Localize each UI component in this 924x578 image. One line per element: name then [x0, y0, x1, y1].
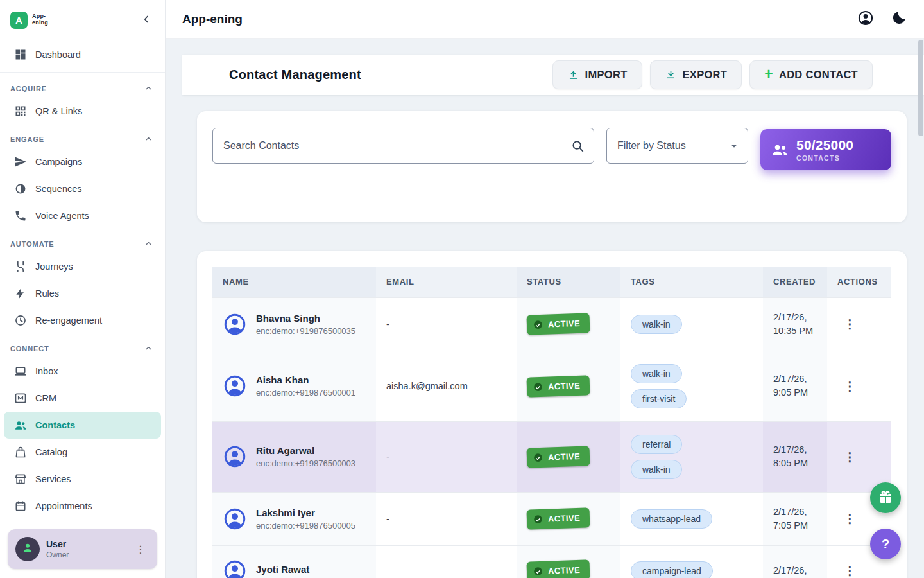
contact-created: 2/17/26,8:05 PM: [763, 421, 827, 492]
tag-pill[interactable]: walk-in: [631, 364, 682, 383]
contact-created: 2/17/26,9:05 PM: [763, 351, 827, 421]
status-badge: ACTIVE: [526, 375, 590, 397]
table-row[interactable]: Bhavna Singhenc:demo:+919876500035-ACTIV…: [212, 297, 891, 351]
sidebar-item-label: Services: [35, 474, 71, 484]
search-panel: Filter by Status 50/25000 CONTACTS: [197, 111, 907, 222]
table-row[interactable]: Aisha Khanenc:demo:+919876500001aisha.k@…: [212, 351, 891, 421]
contact-phone: enc:demo:+919876500035: [256, 326, 355, 336]
contact-phone: enc:demo:+919876500003: [256, 459, 355, 468]
row-actions-button[interactable]: ⋮: [837, 510, 862, 527]
calendar-icon: [14, 500, 27, 512]
tag-pill[interactable]: whatsapp-lead: [631, 509, 712, 529]
sidebar-item-dashboard[interactable]: Dashboard: [4, 41, 161, 68]
sidebar-item-sequences[interactable]: Sequences: [4, 175, 161, 202]
user-card[interactable]: User Owner ⋮: [8, 529, 157, 569]
scrollbar[interactable]: [918, 40, 923, 577]
page-title: App-ening: [182, 12, 243, 26]
export-button[interactable]: EXPORT: [650, 60, 742, 89]
plus-icon: +: [764, 67, 773, 82]
contact-name: Ritu Agarwal: [256, 445, 355, 456]
help-fab-button[interactable]: ?: [870, 529, 901, 559]
column-header-created: CREATED: [763, 267, 827, 297]
contacts-table-card: NAMEEMAILSTATUSTAGSCREATEDACTIONS Bhavna…: [197, 251, 907, 578]
column-header-tags: TAGS: [620, 267, 763, 297]
section-header-acquire[interactable]: ACQUIRE: [0, 74, 165, 98]
table-row[interactable]: Jyoti RawatACTIVEcampaign-lead2/17/26,⋮: [212, 545, 891, 578]
table-row[interactable]: Ritu Agarwalenc:demo:+919876500003-ACTIV…: [212, 421, 891, 492]
divider: [0, 72, 165, 73]
tag-pill[interactable]: walk-in: [631, 460, 682, 479]
sidebar-item-inbox[interactable]: Inbox: [4, 358, 161, 385]
sidebar-header: A App- ening: [0, 0, 165, 40]
tag-pill[interactable]: walk-in: [631, 315, 682, 334]
dark-mode-toggle[interactable]: [889, 10, 909, 29]
row-actions-button[interactable]: ⋮: [837, 562, 862, 578]
search-input-wrap: [212, 128, 594, 164]
sidebar-item-re-engagement[interactable]: Re-engagement: [4, 307, 161, 334]
account-button[interactable]: [856, 10, 875, 29]
check-circle-icon: [533, 381, 544, 392]
row-actions-button[interactable]: ⋮: [837, 315, 862, 333]
sidebar: A App- ening Dashboard ACQUIREQR & Links…: [0, 0, 166, 578]
table-header-row: NAMEEMAILSTATUSTAGSCREATEDACTIONS: [212, 267, 891, 297]
sidebar-item-journeys[interactable]: Journeys: [4, 253, 161, 280]
contacts-count-label: CONTACTS: [796, 154, 853, 162]
section-header-connect[interactable]: CONNECT: [0, 334, 165, 358]
user-menu-button[interactable]: ⋮: [132, 541, 150, 558]
row-actions-button[interactable]: ⋮: [837, 448, 862, 466]
table-row[interactable]: Lakshmi Iyerenc:demo:+919876500005-ACTIV…: [212, 492, 891, 545]
user-role: Owner: [46, 550, 69, 559]
contact-name: Jyoti Rawat: [256, 564, 309, 575]
status-filter-select[interactable]: Filter by Status: [606, 128, 748, 164]
sidebar-item-qr-links[interactable]: QR & Links: [4, 98, 161, 125]
contact-created: 2/17/26,: [763, 545, 827, 578]
sidebar-item-crm[interactable]: CRM: [4, 385, 161, 412]
column-header-name: NAME: [212, 267, 376, 297]
sidebar-item-catalog[interactable]: Catalog: [4, 439, 161, 466]
sidebar-item-services[interactable]: Services: [4, 466, 161, 493]
sidebar-item-label: Contacts: [35, 420, 75, 430]
section-header-engage[interactable]: ENGAGE: [0, 125, 165, 148]
scrollbar-thumb[interactable]: [918, 40, 923, 136]
sidebar-item-label: Journeys: [35, 261, 73, 272]
journeys-icon: [14, 260, 27, 273]
tag-pill[interactable]: referral: [631, 435, 682, 454]
sidebar-item-appointments[interactable]: Appointments: [4, 493, 161, 520]
topbar-actions: [856, 10, 914, 29]
person-icon: [21, 541, 34, 557]
sidebar-item-campaigns[interactable]: Campaigns: [4, 148, 161, 175]
contact-avatar-icon: [223, 559, 247, 578]
catalog-icon: [14, 446, 27, 459]
column-header-status: STATUS: [517, 267, 620, 297]
sidebar-item-label: Voice Agents: [35, 211, 89, 221]
status-badge: ACTIVE: [526, 559, 590, 578]
sidebar-item-voice-agents[interactable]: Voice Agents: [4, 202, 161, 229]
sidebar-item-rules[interactable]: Rules: [4, 280, 161, 307]
sidebar-collapse-button[interactable]: [138, 11, 155, 30]
column-header-email: EMAIL: [376, 267, 517, 297]
contacts-icon: [14, 419, 27, 432]
section-title: AUTOMATE: [10, 240, 55, 248]
search-input[interactable]: [213, 128, 594, 163]
contacts-count-badge: 50/25000 CONTACTS: [760, 129, 891, 170]
column-header-actions: ACTIONS: [827, 267, 891, 297]
app-root: A App- ening Dashboard ACQUIREQR & Links…: [0, 0, 924, 578]
logo-text: App- ening: [32, 13, 48, 26]
services-icon: [14, 473, 27, 486]
section-title: CONNECT: [10, 345, 49, 353]
status-badge: ACTIVE: [526, 313, 590, 335]
search-icon[interactable]: [570, 139, 585, 153]
assistant-fab-button[interactable]: [870, 482, 901, 513]
contact-email: [376, 545, 517, 578]
add-contact-button[interactable]: + ADD CONTACT: [749, 60, 873, 89]
tag-pill[interactable]: campaign-lead: [631, 561, 713, 578]
contact-created: 2/17/26,7:05 PM: [763, 492, 827, 545]
section-header-automate[interactable]: AUTOMATE: [0, 229, 165, 253]
status-badge: ACTIVE: [526, 446, 590, 468]
row-actions-button[interactable]: ⋮: [837, 378, 862, 395]
tag-pill[interactable]: first-visit: [631, 389, 687, 408]
sidebar-item-contacts[interactable]: Contacts: [4, 412, 161, 439]
app-logo: A App- ening: [10, 12, 48, 29]
chevron-up-icon: [144, 134, 153, 144]
import-button[interactable]: IMPORT: [552, 60, 642, 89]
